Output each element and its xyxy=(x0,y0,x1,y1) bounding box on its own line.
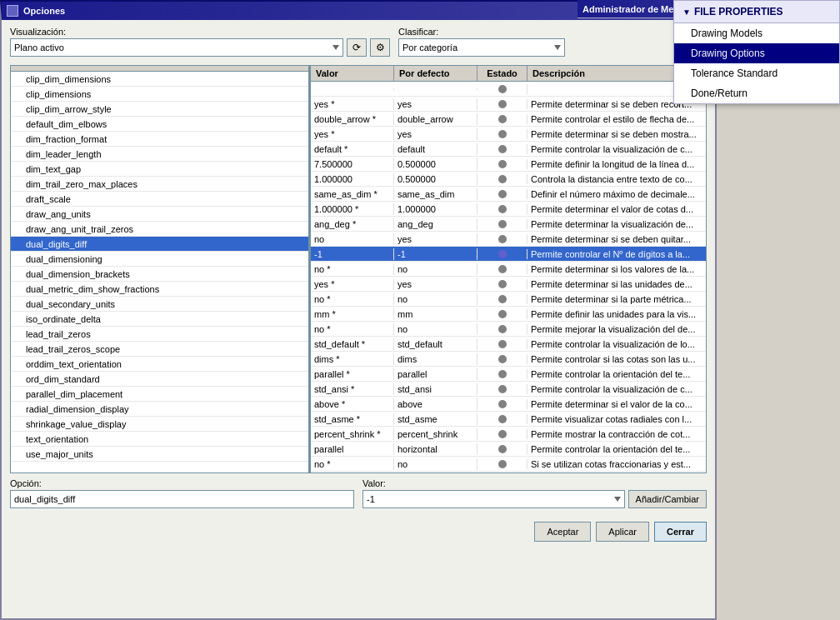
dialog-buttons: Aceptar Aplicar Cerrar xyxy=(2,518,715,548)
pordefecto-cell: horizontal xyxy=(394,443,478,455)
table-row[interactable]: dim_fraction_format xyxy=(11,132,308,147)
table-row[interactable]: dim_text_gap xyxy=(11,162,308,177)
add-change-btn[interactable]: Añadir/Cambiar xyxy=(628,490,707,508)
table-row[interactable]: noyesPermite determinar si se deben quit… xyxy=(311,232,706,247)
table-row[interactable]: dual_dimension_brackets xyxy=(11,267,308,282)
menu-item[interactable]: Tolerance Standard xyxy=(674,63,839,83)
property-name: radial_dimension_display xyxy=(16,404,129,414)
table-row[interactable]: dual_digits_diff xyxy=(11,237,308,252)
table-row[interactable]: draw_ang_units xyxy=(11,207,308,222)
property-name: draw_ang_units xyxy=(16,209,91,219)
table-row[interactable]: dim_leader_length xyxy=(11,147,308,162)
table-row[interactable]: std_default *std_defaultPermite controla… xyxy=(311,337,706,352)
table-row[interactable]: yes *yesPermite determinar si se deben r… xyxy=(311,97,706,112)
config-btn[interactable]: ⚙ xyxy=(370,38,390,57)
table-row[interactable]: text_orientation xyxy=(11,432,308,447)
table-row[interactable]: -1-1Permite controlar el Nº de dígitos a… xyxy=(311,247,706,262)
table-row[interactable]: draw_ang_unit_trail_zeros xyxy=(11,222,308,237)
valor-cell: 1.000000 xyxy=(311,173,394,185)
property-name: parallel_dim_placement xyxy=(16,389,122,399)
table-row[interactable]: no *noPermite determinar si la parte mét… xyxy=(311,292,706,307)
estado-cell xyxy=(478,219,528,229)
table-row[interactable]: iso_ordinate_delta xyxy=(11,312,308,327)
valor-cell: no xyxy=(311,233,394,245)
status-dot xyxy=(498,385,507,393)
table-row[interactable]: mm *mmPermite definir las unidades para … xyxy=(311,307,706,322)
valor-select[interactable]: -1 xyxy=(362,490,625,508)
window-title: Opciones xyxy=(23,6,65,16)
table-row[interactable]: radial_dimension_display xyxy=(11,402,308,417)
table-row[interactable]: dual_metric_dim_show_fractions xyxy=(11,282,308,297)
table-row[interactable]: dims *dimsPermite controlar si las cotas… xyxy=(311,352,706,367)
table-row[interactable]: lead_trail_zeros_scope xyxy=(11,342,308,357)
table-row[interactable]: clip_dim_arrow_style xyxy=(11,102,308,117)
aplicar-btn[interactable]: Aplicar xyxy=(596,522,649,542)
table-row[interactable]: clip_dimensions xyxy=(11,87,308,102)
valor-header: Valor xyxy=(311,66,394,81)
table-row[interactable]: above *abovePermite determinar si el val… xyxy=(311,397,706,412)
menu-item[interactable]: Drawing Options xyxy=(674,43,839,63)
dropdown-arrow-icon: ▼ xyxy=(682,8,691,17)
table-row[interactable]: lead_trail_zeros xyxy=(11,327,308,342)
table-row[interactable]: parallelhorizontalPermite controlar la o… xyxy=(311,442,706,457)
valor-cell: double_arrow * xyxy=(311,113,394,125)
clasificar-group: Clasificar: Por categoría xyxy=(398,27,565,57)
table-row[interactable]: dual_dimensioning xyxy=(11,252,308,267)
table-row[interactable]: shrinkage_value_display xyxy=(11,417,308,432)
desc-cell: Permite mejorar la visualización del de.… xyxy=(528,323,706,335)
visualizacion-group: Visualización: Plano activo ⟳ ⚙ xyxy=(10,27,390,57)
pordefecto-cell: no xyxy=(394,263,478,275)
menu-item[interactable]: Drawing Models xyxy=(674,23,839,43)
pordefecto-cell: std_ansi xyxy=(394,383,478,395)
valor-cell: no * xyxy=(311,293,394,305)
estado-cell xyxy=(478,264,528,274)
pordefecto-cell: yes xyxy=(394,278,478,290)
table-row[interactable]: no *noPermite mejorar la visualización d… xyxy=(311,322,706,337)
property-name: lead_trail_zeros_scope xyxy=(16,344,120,354)
table-row[interactable]: 1.000000 *1.000000Permite determinar el … xyxy=(311,202,706,217)
property-name: dim_fraction_format xyxy=(16,134,107,144)
table-row[interactable]: parallel *parallelPermite controlar la o… xyxy=(311,367,706,382)
valor-cell: default * xyxy=(311,143,394,155)
table-row[interactable]: parallel_dim_placement xyxy=(11,387,308,402)
table-row[interactable]: draft_scale xyxy=(11,192,308,207)
table-row[interactable]: no *noPermite determinar si los valores … xyxy=(311,262,706,277)
pordefecto-cell: std_asme xyxy=(394,413,478,425)
table-row[interactable]: default *defaultPermite controlar la vis… xyxy=(311,142,706,157)
table-row[interactable]: 7.5000000.500000Permite definir la longi… xyxy=(311,157,706,172)
table-row[interactable]: std_asme *std_asmePermite visualizar cot… xyxy=(311,412,706,427)
table-row[interactable]: 1.0000000.500000Controla la distancia en… xyxy=(311,172,706,187)
table-row[interactable] xyxy=(311,82,706,97)
valor-cell: no * xyxy=(311,263,394,275)
table-row[interactable]: orddim_text_orientation xyxy=(11,357,308,372)
table-row[interactable]: default_dim_elbows xyxy=(11,117,308,132)
table-row[interactable]: clip_dim_dimensions xyxy=(11,72,308,87)
pordefecto-cell: parallel xyxy=(394,368,478,380)
table-row[interactable]: yes *yesPermite determinar si las unidad… xyxy=(311,277,706,292)
estado-cell xyxy=(478,99,528,109)
table-row[interactable]: double_arrow *double_arrowPermite contro… xyxy=(311,112,706,127)
clasificar-select[interactable]: Por categoría xyxy=(398,38,565,57)
pordefecto-cell: 0.500000 xyxy=(394,173,478,185)
table-row[interactable]: dual_secondary_units xyxy=(11,297,308,312)
table-row[interactable]: same_as_dim *same_as_dimDefinir el númer… xyxy=(311,187,706,202)
status-dot xyxy=(498,445,507,453)
opcion-input[interactable] xyxy=(10,490,354,508)
refresh-btn[interactable]: ⟳ xyxy=(347,38,367,57)
desc-cell: Permite controlar la orientación del te.… xyxy=(528,368,706,380)
table-row[interactable]: ord_dim_standard xyxy=(11,372,308,387)
table-row[interactable]: no *noSi se utilizan cotas fraccionarias… xyxy=(311,457,706,472)
cerrar-btn[interactable]: Cerrar xyxy=(654,522,707,542)
table-row[interactable]: use_major_units xyxy=(11,447,308,462)
aceptar-btn[interactable]: Aceptar xyxy=(534,522,591,542)
table-row[interactable]: percent_shrink *percent_shrinkPermite mo… xyxy=(311,427,706,442)
table-row[interactable]: dim_trail_zero_max_places xyxy=(11,177,308,192)
table-row[interactable]: ang_deg *ang_degPermite determinar la vi… xyxy=(311,217,706,232)
menu-item[interactable]: Done/Return xyxy=(674,83,839,103)
table-row[interactable]: std_ansi *std_ansiPermite controlar la v… xyxy=(311,382,706,397)
table-row[interactable]: yes *yesPermite determinar si se deben m… xyxy=(311,127,706,142)
estado-cell xyxy=(478,129,528,139)
status-dot xyxy=(498,310,507,318)
visualizacion-select[interactable]: Plano activo xyxy=(10,38,343,57)
valor-cell: 1.000000 * xyxy=(311,203,394,215)
